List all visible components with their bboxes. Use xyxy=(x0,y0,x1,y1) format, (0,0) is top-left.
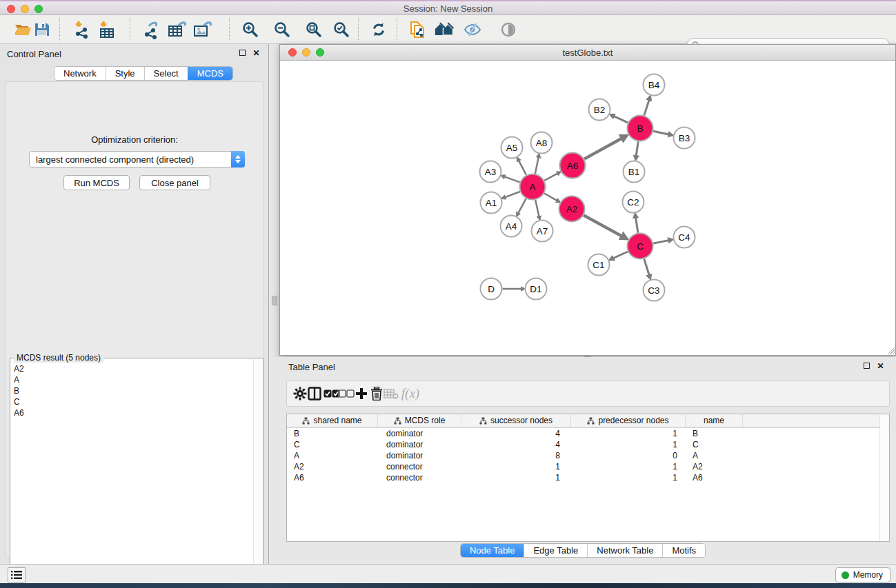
table-cell[interactable]: 1 xyxy=(571,473,686,483)
edge-A-A7[interactable] xyxy=(535,200,539,216)
column-header-name[interactable]: name xyxy=(686,414,743,427)
table-row[interactable]: Cdominator41C xyxy=(287,439,889,450)
table-cell[interactable]: A2 xyxy=(686,462,743,472)
column-header-shared-name[interactable]: shared name xyxy=(287,414,378,427)
node-D1[interactable]: D1 xyxy=(526,278,547,300)
add-column-icon[interactable] xyxy=(353,385,370,402)
edge-A-A8[interactable] xyxy=(535,157,539,174)
edge-B-B3[interactable] xyxy=(653,131,668,134)
eye-icon[interactable] xyxy=(498,19,519,40)
import-network-icon[interactable] xyxy=(72,19,92,40)
tab-select[interactable]: Select xyxy=(144,67,188,80)
node-A6[interactable]: A6 xyxy=(560,153,586,179)
table-cell[interactable]: C xyxy=(686,440,743,449)
table-scrollbar[interactable] xyxy=(879,415,888,540)
node-C1[interactable]: C1 xyxy=(588,254,610,276)
table-cell[interactable]: 1 xyxy=(571,462,686,472)
node-C2[interactable]: C2 xyxy=(623,192,644,213)
table-cell[interactable]: dominator xyxy=(378,429,461,438)
zoom-out-icon[interactable] xyxy=(272,19,292,40)
import-table-icon[interactable] xyxy=(97,19,117,40)
table-cell[interactable]: 4 xyxy=(461,429,571,438)
float-table-panel-icon[interactable] xyxy=(862,361,871,370)
node-A2[interactable]: A2 xyxy=(559,196,585,222)
refresh-icon[interactable] xyxy=(368,19,389,40)
zoom-in-icon[interactable] xyxy=(240,19,261,40)
export-table-icon[interactable] xyxy=(167,19,188,40)
table-row[interactable]: A6connector11A6 xyxy=(287,472,889,483)
table-cell[interactable]: A6 xyxy=(686,473,743,483)
node-A7[interactable]: A7 xyxy=(532,221,553,242)
tab-motifs[interactable]: Motifs xyxy=(662,544,705,557)
node-A1[interactable]: A1 xyxy=(481,192,502,214)
resize-grip[interactable] xyxy=(886,345,895,354)
edge-C-C1[interactable] xyxy=(613,252,628,258)
node-B[interactable]: B xyxy=(628,116,653,141)
table-cell[interactable]: 1 xyxy=(571,429,686,438)
column-header-successor-nodes[interactable]: successor nodes xyxy=(461,414,571,427)
mcds-result-list[interactable]: A2ABCA6 xyxy=(11,359,252,588)
zoom-selected-icon[interactable] xyxy=(331,19,352,40)
node-B4[interactable]: B4 xyxy=(644,74,665,96)
memory-button[interactable]: Memory xyxy=(835,567,890,582)
node-C[interactable]: C xyxy=(628,234,653,259)
column-header-predecessor-nodes[interactable]: predecessor nodes xyxy=(571,414,686,427)
node-B3[interactable]: B3 xyxy=(674,128,695,149)
node-A8[interactable]: A8 xyxy=(531,132,552,154)
table-cell[interactable]: A6 xyxy=(287,473,378,483)
node-A[interactable]: A xyxy=(520,174,546,200)
column-header-MCDS-role[interactable]: MCDS role xyxy=(378,414,461,427)
tab-network-table[interactable]: Network Table xyxy=(587,544,662,557)
criterion-dropdown[interactable]: largest connected component (directed) xyxy=(29,151,245,168)
table-cell[interactable]: dominator xyxy=(378,451,461,460)
table-cell[interactable]: A xyxy=(686,451,743,460)
zoom-fit-icon[interactable] xyxy=(303,19,324,40)
home-icon[interactable] xyxy=(435,19,455,40)
table-cell[interactable]: A xyxy=(287,451,378,460)
table-cell[interactable]: 1 xyxy=(571,440,686,449)
edge-A-A1[interactable] xyxy=(505,192,520,197)
edge-A-A3[interactable] xyxy=(505,176,520,182)
table-row[interactable]: Adominator80A xyxy=(287,450,889,461)
network-graph[interactable]: AA6A2BCA1A3A4A5A7A8B1B2B3B4C1C2C3C4DD1 xyxy=(281,61,895,355)
hide-eye-icon[interactable] xyxy=(462,19,483,40)
result-node-item[interactable]: A xyxy=(14,374,250,385)
export-image-icon[interactable] xyxy=(192,19,213,40)
node-A3[interactable]: A3 xyxy=(480,161,501,183)
table-cell[interactable]: 1 xyxy=(461,462,571,472)
table-cell[interactable]: connector xyxy=(378,462,461,472)
column-layout-icon[interactable] xyxy=(306,385,323,402)
edge-A-A2[interactable] xyxy=(544,194,557,201)
tab-mcds[interactable]: MCDS xyxy=(188,67,232,80)
float-panel-icon[interactable] xyxy=(238,48,247,57)
open-folder-icon[interactable] xyxy=(12,19,33,40)
node-B1[interactable]: B1 xyxy=(624,161,645,183)
tab-network[interactable]: Network xyxy=(54,67,106,80)
edge-B-B2[interactable] xyxy=(614,116,628,123)
table-cell[interactable]: B xyxy=(686,429,743,438)
node-B2[interactable]: B2 xyxy=(589,99,610,121)
node-C3[interactable]: C3 xyxy=(644,280,665,301)
result-scrollbar[interactable] xyxy=(253,359,262,588)
edge-C-C2[interactable] xyxy=(636,218,638,233)
table-cell[interactable]: A2 xyxy=(287,462,378,472)
node-A4[interactable]: A4 xyxy=(501,216,522,237)
network-window-titlebar[interactable]: testGlobe.txt xyxy=(280,45,895,61)
table-cell[interactable]: dominator xyxy=(378,440,461,449)
edge-A-A5[interactable] xyxy=(519,161,526,175)
result-node-item[interactable]: B xyxy=(14,385,250,396)
export-network-icon[interactable] xyxy=(141,19,162,40)
close-table-panel-icon[interactable]: ✕ xyxy=(876,361,885,370)
node-D[interactable]: D xyxy=(481,278,502,300)
close-panel-icon[interactable]: ✕ xyxy=(252,48,261,57)
deselect-all-icon[interactable] xyxy=(338,385,355,402)
edge-B-B1[interactable] xyxy=(636,141,638,156)
tab-node-table[interactable]: Node Table xyxy=(461,544,524,557)
table-row[interactable]: A2connector11A2 xyxy=(287,461,889,472)
edge-A6-B[interactable] xyxy=(584,139,621,159)
edge-A2-C[interactable] xyxy=(584,215,621,236)
edge-A-A4[interactable] xyxy=(518,199,526,213)
close-panel-button[interactable]: Close panel xyxy=(139,175,210,190)
table-cell[interactable]: 0 xyxy=(571,451,686,460)
network-document-icon[interactable] xyxy=(407,19,428,40)
